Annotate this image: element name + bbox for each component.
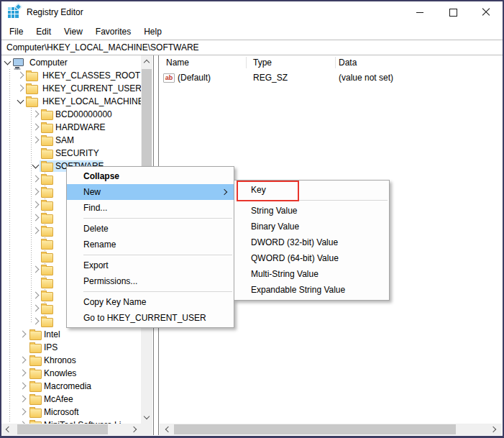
menu-item-collapse[interactable]: Collapse	[67, 168, 234, 184]
string-value-icon: ab	[163, 73, 175, 83]
scroll-up-button[interactable]	[141, 55, 152, 68]
tree-item-hkey-local-machine[interactable]: HKEY_LOCAL_MACHINE	[1, 95, 141, 108]
submenu-arrow-icon	[221, 189, 227, 195]
expand-arrow-icon[interactable]	[32, 137, 40, 144]
tree-item-label: Microsoft	[42, 407, 81, 417]
registry-key-folder-icon	[41, 124, 53, 133]
tree-item-security[interactable]: SECURITY	[1, 147, 141, 160]
registry-key-folder-icon	[41, 188, 53, 198]
menu-item-string-value[interactable]: String Value	[234, 203, 389, 219]
tree-item-computer[interactable]: Computer	[1, 56, 141, 69]
column-divider[interactable]	[335, 57, 336, 68]
value-row-name[interactable]: (Default)	[178, 73, 211, 83]
expand-arrow-icon[interactable]	[32, 201, 40, 209]
tree-item-macromedia[interactable]: Macromedia	[1, 380, 141, 393]
collapse-arrow-icon[interactable]	[17, 97, 24, 104]
menu-view[interactable]: View	[58, 24, 89, 39]
collapse-arrow-icon[interactable]	[4, 58, 12, 65]
close-button[interactable]	[469, 1, 503, 23]
menu-item-expandable-string-value[interactable]: Expandable String Value	[234, 282, 389, 298]
tree-item-hkey-classes-root[interactable]: HKEY_CLASSES_ROOT	[1, 69, 141, 82]
expand-arrow-icon[interactable]	[32, 305, 40, 312]
tree-item-sam[interactable]: SAM	[1, 134, 141, 147]
menu-item-new[interactable]: New	[67, 184, 234, 200]
address-bar[interactable]: Computer\HKEY_LOCAL_MACHINE\SOFTWARE	[1, 40, 503, 55]
tree-item-khronos[interactable]: Khronos	[1, 354, 141, 367]
scroll-right-button[interactable]	[488, 424, 500, 435]
maximize-icon	[449, 9, 457, 17]
tree-item-hardware[interactable]: HARDWARE	[1, 121, 141, 134]
column-header-name[interactable]: Name	[166, 58, 189, 68]
expand-arrow-icon[interactable]	[19, 331, 27, 338]
tree-item-bcd00000000[interactable]: BCD00000000	[1, 108, 141, 121]
menu-item-delete[interactable]: Delete	[67, 221, 234, 237]
menu-item-export[interactable]: Export	[67, 257, 234, 273]
scroll-down-button[interactable]	[141, 411, 152, 424]
registry-key-folder-icon	[26, 72, 38, 81]
list-horizontal-scrollbar[interactable]	[160, 424, 502, 435]
scroll-left-button[interactable]	[1, 424, 14, 435]
expand-arrow-icon[interactable]	[32, 318, 40, 325]
minimize-button[interactable]	[403, 1, 436, 23]
menu-item-rename[interactable]: Rename	[67, 237, 234, 252]
computer-icon	[13, 58, 24, 66]
close-icon	[482, 8, 490, 17]
tree-item-mcafee[interactable]: McAfee	[1, 393, 141, 406]
expand-arrow-icon[interactable]	[32, 124, 40, 131]
tree-item-label: Knowles	[42, 368, 78, 378]
scroll-right-button[interactable]	[129, 424, 141, 435]
tree-item-intel[interactable]: Intel	[1, 328, 141, 341]
tree-item-knowles[interactable]: Knowles	[1, 367, 141, 380]
menu-item-dword-32-bit-value[interactable]: DWORD (32-bit) Value	[234, 234, 389, 250]
scrollbar-thumb[interactable]	[17, 424, 108, 434]
tree-item-ips[interactable]: IPS	[1, 341, 141, 354]
column-header-type[interactable]: Type	[253, 58, 272, 68]
scrollbar-corner	[141, 424, 152, 435]
registry-key-folder-icon	[41, 137, 53, 146]
expand-arrow-icon[interactable]	[32, 266, 40, 273]
tree-item-microsoft[interactable]: Microsoft	[1, 406, 141, 419]
expand-arrow-icon[interactable]	[19, 357, 27, 364]
expand-arrow-icon[interactable]	[32, 111, 40, 118]
tree-item-label: Khronos	[42, 355, 78, 365]
expand-arrow-icon[interactable]	[32, 214, 40, 222]
maximize-button[interactable]	[436, 1, 469, 23]
expand-arrow-icon[interactable]	[19, 396, 27, 403]
collapse-arrow-icon[interactable]	[32, 162, 40, 169]
column-divider[interactable]	[246, 57, 247, 68]
menu-item-go-to-hkey-current-user[interactable]: Go to HKEY_CURRENT_USER	[67, 310, 234, 326]
expand-arrow-icon[interactable]	[19, 370, 27, 377]
registry-key-folder-icon	[26, 98, 38, 107]
value-row-type[interactable]: REG_SZ	[253, 73, 288, 83]
expand-arrow-icon[interactable]	[19, 383, 27, 390]
scroll-left-button[interactable]	[161, 424, 173, 435]
column-header-data[interactable]: Data	[339, 58, 357, 68]
menu-favorites[interactable]: Favorites	[89, 24, 137, 39]
registry-key-folder-icon	[41, 305, 53, 314]
menu-edit[interactable]: Edit	[29, 24, 58, 39]
tree-item-minitool-software-li[interactable]: MiniTool Software Li	[1, 419, 141, 424]
menu-item-binary-value[interactable]: Binary Value	[234, 219, 389, 234]
menu-item-key[interactable]: Key	[234, 182, 389, 198]
expand-arrow-icon[interactable]	[32, 188, 40, 196]
menu-item-copy-key-name[interactable]: Copy Key Name	[67, 294, 234, 310]
menu-item-qword-64-bit-value[interactable]: QWORD (64-bit) Value	[234, 250, 389, 266]
expand-arrow-icon[interactable]	[32, 227, 40, 234]
menu-item-permissions-[interactable]: Permissions...	[67, 273, 234, 289]
expand-arrow-icon[interactable]	[17, 85, 24, 92]
menu-help[interactable]: Help	[137, 24, 168, 39]
registry-key-folder-icon	[26, 85, 38, 94]
expand-arrow-icon[interactable]	[17, 72, 24, 79]
scrollbar-thumb[interactable]	[174, 424, 456, 434]
menu-item-multi-string-value[interactable]: Multi-String Value	[234, 266, 389, 282]
expand-arrow-icon[interactable]	[32, 175, 40, 183]
expand-arrow-icon[interactable]	[19, 409, 27, 416]
tree-horizontal-scrollbar[interactable]	[1, 424, 141, 435]
expand-arrow-icon[interactable]	[19, 421, 27, 424]
value-row-data[interactable]: (value not set)	[339, 73, 393, 83]
menu-item-find-[interactable]: Find...	[67, 200, 234, 216]
menu-file[interactable]: File	[3, 24, 29, 39]
tree-item-label: SECURITY	[54, 148, 101, 158]
expand-arrow-icon[interactable]	[32, 292, 40, 299]
tree-item-hkey-current-user[interactable]: HKEY_CURRENT_USER	[1, 82, 141, 95]
